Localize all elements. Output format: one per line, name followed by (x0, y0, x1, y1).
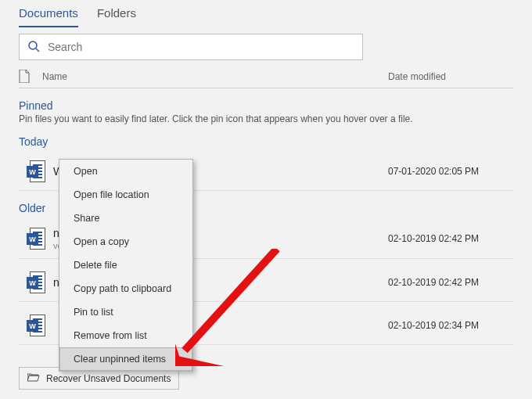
ctx-open[interactable]: Open (59, 160, 192, 183)
recover-label: Recover Unsaved Documents (46, 373, 171, 384)
ctx-clear-unpinned[interactable]: Clear unpinned items (59, 347, 192, 371)
ctx-remove-from-list[interactable]: Remove from list (59, 324, 192, 347)
section-pinned-title: Pinned (19, 99, 513, 112)
search-input[interactable] (48, 41, 354, 53)
document-icon (19, 70, 42, 83)
tabs: Documents Folders (19, 0, 513, 27)
ctx-open-file-location[interactable]: Open file location (59, 183, 192, 207)
column-name[interactable]: Name (42, 71, 388, 82)
file-date: 07-01-2020 02:05 PM (388, 166, 513, 177)
tab-documents[interactable]: Documents (19, 2, 78, 27)
search-box[interactable] (19, 34, 363, 60)
section-pinned-sub: Pin files you want to easily find later.… (19, 113, 513, 124)
file-date: 02-10-2019 02:34 PM (388, 320, 513, 331)
ctx-delete-file[interactable]: Delete file (59, 253, 192, 277)
ctx-share[interactable]: Share (59, 207, 192, 230)
word-icon: W (19, 160, 53, 182)
ctx-open-a-copy[interactable]: Open a copy (59, 230, 192, 253)
file-date: 02-10-2019 02:42 PM (388, 233, 513, 244)
context-menu: Open Open file location Share Open a cop… (59, 159, 193, 372)
ctx-copy-path[interactable]: Copy path to clipboard (59, 277, 192, 300)
svg-point-0 (29, 41, 37, 49)
word-icon: W (19, 271, 53, 293)
word-icon: W (19, 228, 53, 250)
svg-line-1 (36, 49, 39, 52)
folder-open-icon (27, 372, 40, 384)
tab-folders[interactable]: Folders (97, 2, 136, 27)
column-headers: Name Date modified (19, 70, 513, 88)
ctx-pin-to-list[interactable]: Pin to list (59, 300, 192, 324)
word-icon: W (19, 315, 53, 336)
file-date: 02-10-2019 02:42 PM (388, 277, 513, 288)
section-today-title: Today (19, 135, 513, 148)
search-icon (27, 40, 40, 55)
column-date[interactable]: Date modified (388, 71, 513, 82)
